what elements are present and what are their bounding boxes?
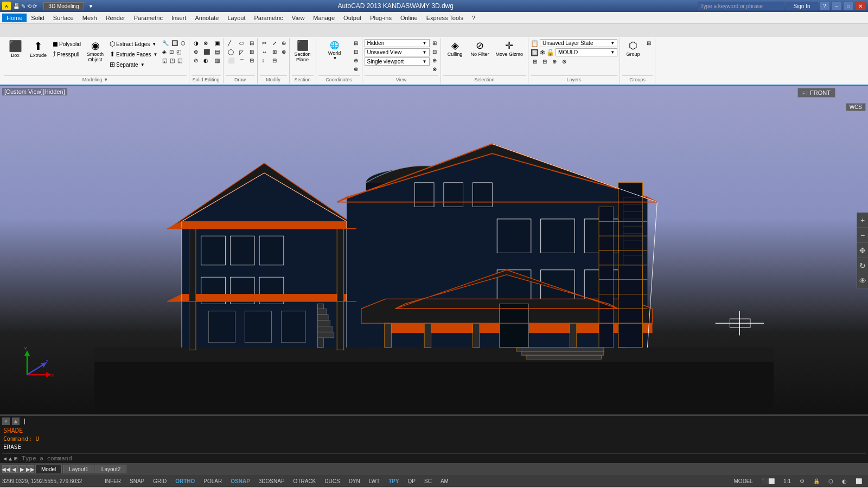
status-polar[interactable]: POLAR xyxy=(200,477,226,485)
status-grid[interactable]: GRID xyxy=(149,477,170,485)
move-gizmo-btn[interactable]: ✛ Move Gizmo xyxy=(493,39,526,59)
cmd-input-row[interactable]: ◀ ▲ ⊞ xyxy=(2,453,866,463)
separate-btn[interactable]: ⊞ Separate ▼ xyxy=(107,60,159,69)
draw-btn8[interactable]: ⊞ xyxy=(247,48,256,56)
tab-scroll-right-btn[interactable]: ▶▶ xyxy=(27,465,34,473)
box-button[interactable]: ⬛ Box xyxy=(4,39,26,60)
layer-btn2[interactable]: ⊟ xyxy=(540,57,549,66)
cmd-scroll-up[interactable]: ▲ xyxy=(12,418,20,425)
saved-view-dropdown[interactable]: Unsaved View ▼ xyxy=(365,48,430,56)
solid-edit-btn1[interactable]: ◑ xyxy=(192,39,201,47)
status-lock[interactable]: 🔒 xyxy=(809,477,824,485)
solid-edit-btn8[interactable]: ▤ xyxy=(213,48,222,56)
modify-btn2[interactable]: ↔ xyxy=(260,48,270,56)
draw-btn6[interactable]: ⌒ xyxy=(237,57,247,67)
status-infer[interactable]: INFER xyxy=(101,477,125,485)
sign-in-btn[interactable]: Sign In xyxy=(786,2,818,10)
status-lwt[interactable]: LWT xyxy=(365,477,384,485)
solid-edit-btn6[interactable]: ◐ xyxy=(201,56,212,65)
polysolid-btn[interactable]: ◼ Polysolid xyxy=(50,39,83,49)
menu-view[interactable]: View xyxy=(288,14,309,22)
restore-btn[interactable]: □ xyxy=(843,2,854,10)
layer-state-arrow[interactable]: ▼ xyxy=(610,41,615,46)
ucs-btn4[interactable]: ⊗ xyxy=(352,65,360,73)
mode-arrow[interactable]: ▼ xyxy=(88,3,94,9)
status-sc[interactable]: SC xyxy=(420,477,436,485)
menu-layout[interactable]: Layout xyxy=(223,14,250,22)
status-otrack[interactable]: OTRACK xyxy=(290,477,320,485)
modify-btn3[interactable]: ↕ xyxy=(260,56,270,65)
ucs-btn1[interactable]: ⊞ xyxy=(352,39,360,47)
status-isolate[interactable]: ◐ xyxy=(838,477,851,485)
presspull-btn[interactable]: ⤴ Presspull xyxy=(50,49,83,59)
menu-parametric[interactable]: Parametric xyxy=(130,14,167,22)
menu-insert[interactable]: Insert xyxy=(167,14,191,22)
solid-edit-btn9[interactable]: ▧ xyxy=(213,56,222,65)
status-tpy[interactable]: TPY xyxy=(385,477,403,485)
extract-edges-btn[interactable]: ⬡ Extract Edges ▼ xyxy=(107,39,159,49)
draw-btn3[interactable]: ⬜ xyxy=(226,56,237,65)
layer-state-dropdown[interactable]: Unsaved Layer State ▼ xyxy=(540,39,617,47)
tool7[interactable]: ◱ xyxy=(161,56,168,65)
group-btn2[interactable]: ⊞ xyxy=(645,39,653,47)
menu-help[interactable]: ? xyxy=(468,14,480,22)
close-btn[interactable]: ✕ xyxy=(855,2,866,10)
tool3[interactable]: ⬡ xyxy=(180,39,187,47)
status-clean-screen[interactable]: ⬜ xyxy=(852,477,866,485)
section-plane-btn[interactable]: ⬛ Section Plane xyxy=(292,39,314,64)
extrude-button[interactable]: ⬆ Extrude xyxy=(27,39,49,60)
workspace-selector[interactable]: 3D Modeling xyxy=(43,2,84,10)
viewport-arrow[interactable]: ▼ xyxy=(423,59,427,64)
view-btn2[interactable]: ⊟ xyxy=(431,48,438,56)
modify-btn8[interactable]: ⊗ xyxy=(279,48,288,56)
status-3dosnap[interactable]: 3DOSNAP xyxy=(255,477,289,485)
menu-manage[interactable]: Manage xyxy=(309,14,339,22)
viewport-dropdown[interactable]: Single viewport ▼ xyxy=(365,57,430,66)
solid-edit-btn2[interactable]: ⊕ xyxy=(192,48,201,56)
solid-edit-btn7[interactable]: ▣ xyxy=(213,39,222,47)
ucs-btn3[interactable]: ⊕ xyxy=(352,56,360,65)
layer-name-arrow[interactable]: ▼ xyxy=(610,50,615,55)
menu-plugins[interactable]: Plug-ins xyxy=(366,14,396,22)
draw-btn9[interactable]: ⊟ xyxy=(247,56,256,65)
visual-style-dropdown[interactable]: Hidden ▼ xyxy=(365,39,430,47)
status-paper-view[interactable]: ⬛⬜ xyxy=(758,477,778,485)
status-qp[interactable]: QP xyxy=(404,477,419,485)
minimize-btn[interactable]: − xyxy=(831,2,842,10)
culling-btn[interactable]: ◈ Culling xyxy=(443,39,467,59)
menu-mesh[interactable]: Mesh xyxy=(78,14,101,22)
draw-btn1[interactable]: ╱ xyxy=(226,39,237,47)
menu-parametric2[interactable]: Parametric xyxy=(250,14,288,22)
menu-home[interactable]: Home xyxy=(2,14,27,22)
viewport[interactable]: [Custom View][Hidden] FT FRONT WCS + − ✥… xyxy=(0,86,868,415)
tool8[interactable]: ◳ xyxy=(169,56,176,65)
view-btn1[interactable]: ⊞ xyxy=(431,39,438,47)
solid-edit-btn4[interactable]: ⊗ xyxy=(201,39,212,47)
menu-surface[interactable]: Surface xyxy=(49,14,78,22)
group-btn[interactable]: ⬡ Group xyxy=(622,39,644,59)
status-ducs[interactable]: DUCS xyxy=(321,477,343,485)
tool2[interactable]: 🔲 xyxy=(170,39,179,47)
search-box-title[interactable]: Type a keyword or phrase xyxy=(698,2,784,10)
status-hardware-accel[interactable]: ⬡ xyxy=(825,477,837,485)
draw-btn7[interactable]: ⊟ xyxy=(247,39,256,47)
menu-online[interactable]: Online xyxy=(396,14,422,22)
viewport-resize-handle[interactable] xyxy=(0,414,868,415)
extrude-faces-arrow[interactable]: ▼ xyxy=(154,52,158,57)
tool9[interactable]: ◲ xyxy=(176,56,183,65)
tab-layout1[interactable]: Layout1 xyxy=(63,465,94,473)
modify-btn6[interactable]: ⊟ xyxy=(270,56,279,65)
modeling-arrow[interactable]: ▼ xyxy=(104,77,108,82)
menu-render[interactable]: Render xyxy=(101,14,130,22)
tab-scroll-next-btn[interactable]: ▶ xyxy=(18,465,26,473)
status-model[interactable]: MODEL xyxy=(730,477,757,485)
view-btn4[interactable]: ⊗ xyxy=(431,65,438,73)
extract-edges-arrow[interactable]: ▼ xyxy=(152,42,156,47)
draw-btn5[interactable]: ◸ xyxy=(237,48,247,56)
world-arrow[interactable]: ▼ xyxy=(333,56,337,61)
menu-solid[interactable]: Solid xyxy=(27,14,48,22)
tab-scroll-prev-btn[interactable]: ◀ xyxy=(10,465,18,473)
cmd-close-btn[interactable]: ✕ xyxy=(2,418,10,425)
tool6[interactable]: ◰ xyxy=(175,48,182,56)
layer-btn1[interactable]: ⊞ xyxy=(531,57,539,66)
